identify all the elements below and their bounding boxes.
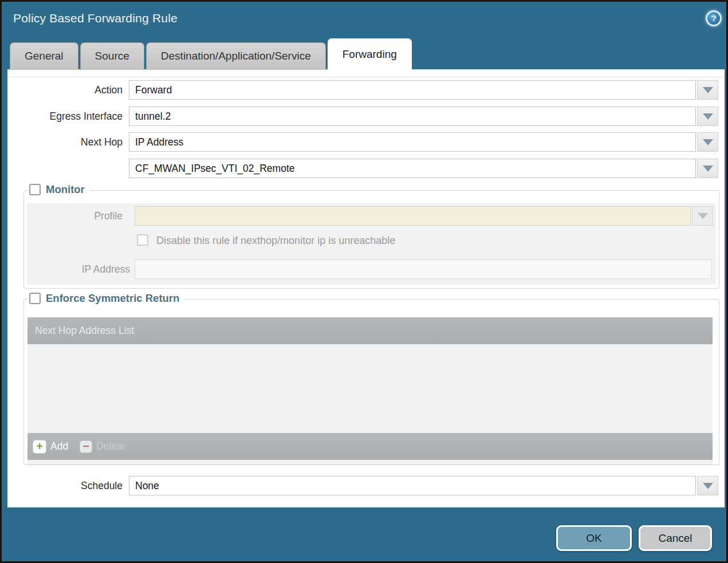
action-row: Action Forward	[7, 80, 725, 100]
next-hop-row: Next Hop IP Address	[7, 132, 725, 152]
egress-interface-row: Egress Interface tunnel.2	[7, 107, 725, 126]
schedule-dropdown-button[interactable]	[697, 476, 718, 495]
next-hop-address-table-toolbar: + Add − Delete	[27, 433, 713, 460]
egress-interface-dropdown-button[interactable]	[697, 107, 718, 126]
chevron-down-icon	[703, 483, 713, 489]
cancel-button[interactable]: Cancel	[639, 525, 712, 551]
profile-dropdown-button	[692, 206, 713, 226]
add-button-label: Add	[50, 440, 68, 452]
dialog-title: Policy Based Forwarding Rule	[13, 11, 178, 25]
tab-source[interactable]: Source	[80, 42, 144, 70]
add-button[interactable]: + Add	[33, 440, 68, 454]
egress-interface-label: Egress Interface	[7, 107, 123, 126]
add-icon: +	[33, 440, 46, 454]
action-label: Action	[7, 80, 123, 100]
enforce-symmetric-return-group: Enforce Symmetric Return Next Hop Addres…	[23, 299, 719, 465]
monitor-title: Monitor	[46, 183, 85, 196]
monitor-group: Monitor Profile Disable this rule if nex…	[23, 190, 719, 289]
enforce-symmetric-return-checkbox[interactable]	[29, 293, 41, 304]
monitor-ip-address-label: IP Address	[27, 259, 130, 279]
profile-input	[135, 206, 691, 226]
disable-rule-label: Disable this rule if nexthop/monitor ip …	[156, 234, 395, 247]
next-hop-address-input[interactable]: CF_MWAN_IPsec_VTI_02_Remote	[129, 159, 696, 178]
next-hop-address-list-column-header: Next Hop Address List	[27, 317, 713, 344]
next-hop-address-row: CF_MWAN_IPsec_VTI_02_Remote	[7, 159, 725, 178]
monitor-ip-address-input	[135, 259, 712, 279]
monitor-panel: Profile Disable this rule if nexthop/mon…	[27, 203, 716, 285]
chevron-down-icon	[703, 87, 713, 93]
content-divider	[7, 77, 725, 77]
enforce-symmetric-return-legend: Enforce Symmetric Return	[27, 292, 184, 305]
monitor-legend: Monitor	[27, 183, 90, 196]
profile-label: Profile	[27, 206, 123, 226]
action-input[interactable]: Forward	[129, 80, 696, 100]
next-hop-address-dropdown-button[interactable]	[697, 159, 718, 178]
delete-button: − Delete	[80, 440, 125, 453]
chevron-down-icon	[703, 113, 713, 120]
tab-bar: General Source Destination/Application/S…	[10, 38, 412, 70]
pbf-rule-dialog: Policy Based Forwarding Rule ? General S…	[0, 0, 728, 563]
tab-forwarding[interactable]: Forwarding	[328, 38, 412, 70]
delete-button-label: Delete	[96, 440, 125, 452]
delete-icon: −	[80, 440, 92, 453]
schedule-label: Schedule	[7, 476, 123, 495]
ok-button[interactable]: OK	[556, 525, 632, 551]
egress-interface-input[interactable]: tunnel.2	[129, 107, 696, 126]
next-hop-address-table: Next Hop Address List + Add − Delete	[27, 317, 713, 464]
tab-content-forwarding: Action Forward Egress Interface tunnel.2…	[7, 69, 725, 507]
tab-general[interactable]: General	[10, 42, 78, 70]
schedule-row: Schedule None	[7, 476, 725, 495]
enforce-symmetric-return-title: Enforce Symmetric Return	[46, 292, 179, 305]
next-hop-type-dropdown-button[interactable]	[697, 132, 718, 152]
disable-rule-checkbox	[137, 234, 148, 246]
next-hop-type-input[interactable]: IP Address	[129, 132, 696, 152]
chevron-down-icon	[703, 139, 713, 145]
action-dropdown-button[interactable]	[697, 80, 718, 100]
schedule-input[interactable]: None	[129, 476, 696, 495]
chevron-down-icon	[698, 213, 708, 219]
tab-destination-application-service[interactable]: Destination/Application/Service	[146, 42, 326, 70]
next-hop-address-table-body	[27, 344, 713, 433]
chevron-down-icon	[703, 166, 713, 172]
monitor-checkbox[interactable]	[29, 184, 41, 195]
help-icon[interactable]: ?	[706, 10, 722, 26]
next-hop-label: Next Hop	[7, 132, 123, 152]
